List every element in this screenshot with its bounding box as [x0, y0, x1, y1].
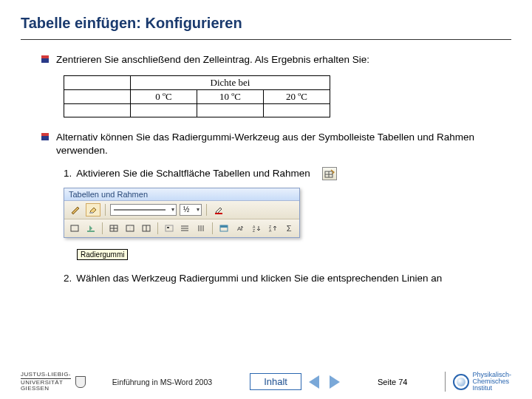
slide-title: Tabelle einfügen: Konfigurieren	[21, 15, 511, 32]
separator	[206, 204, 207, 216]
sort-desc-button[interactable]: ZA	[266, 222, 279, 235]
table-cell	[131, 104, 197, 117]
table-cell: 10 ºC	[197, 90, 264, 104]
toolbar-row-1: ½	[64, 201, 299, 219]
step-1-text: Aktivieren Sie die Schaltfläche Tabellen…	[76, 167, 310, 180]
svg-rect-28	[220, 225, 228, 228]
bullet-2: Alternativ können Sie das Radiergummi-We…	[41, 131, 511, 157]
eraser-tooltip: Radiergummi	[77, 249, 128, 260]
next-slide-button[interactable]	[330, 375, 340, 389]
svg-text:Z: Z	[253, 228, 255, 232]
footer-doc-title: Einführung in MS-Word 2003	[112, 378, 212, 386]
border-color-button[interactable]	[211, 203, 226, 216]
sort-asc-button[interactable]: AZ	[250, 222, 263, 235]
separator	[105, 204, 106, 216]
tables-borders-button-icon	[322, 167, 337, 180]
step-1: 1. Aktivieren Sie die Schaltfläche Tabel…	[64, 167, 511, 180]
draw-table-button[interactable]	[68, 203, 83, 216]
line-weight-select[interactable]: ½	[180, 204, 202, 216]
step-2-num: 2.	[64, 272, 72, 285]
svg-rect-7	[89, 212, 93, 214]
svg-rect-20	[167, 227, 169, 228]
university-logo: JUSTUS-LIEBIG- UNIVERSITÄT GIESSEN	[21, 372, 71, 392]
contents-button[interactable]: Inhalt	[250, 373, 301, 390]
step-2-text: Wählen das Werkzeug Radiergummi und klic…	[76, 272, 442, 285]
svg-rect-9	[215, 213, 222, 214]
eraser-button[interactable]	[86, 203, 100, 216]
svg-rect-1	[41, 55, 49, 58]
crest-icon	[75, 376, 86, 388]
text-direction-button[interactable]: A	[233, 222, 247, 235]
distribute-rows-button[interactable]	[179, 222, 192, 235]
svg-text:A: A	[269, 228, 272, 232]
distribute-cols-button[interactable]	[194, 222, 208, 235]
institute-logo: Physikalisch- Chemisches Institut	[445, 372, 511, 392]
prev-slide-button[interactable]	[309, 375, 319, 389]
toolbar-title: Tabellen und Rahmen	[64, 188, 299, 201]
insert-table-button[interactable]	[107, 222, 120, 235]
bullet-2-text: Alternativ können Sie das Radiergummi-We…	[56, 131, 511, 157]
svg-rect-11	[87, 231, 95, 232]
table-cell-blank	[64, 76, 131, 90]
table-cell	[64, 104, 131, 117]
institute-ring-icon	[453, 374, 469, 390]
toolbar-row-2: A AZ ZA Σ	[64, 219, 299, 237]
split-cells-button[interactable]	[140, 222, 153, 235]
svg-text:A: A	[237, 225, 242, 232]
step-2: 2. Wählen das Werkzeug Radiergummi und k…	[64, 272, 511, 285]
table-cell: 0 ºC	[131, 90, 197, 104]
svg-rect-10	[71, 225, 78, 231]
table-cell: 20 ºC	[264, 90, 330, 104]
bullet-square-icon	[41, 55, 49, 63]
shading-color-button[interactable]	[84, 222, 98, 235]
bullet-1-text: Zentrieren Sie anschließend den Zelleint…	[56, 53, 369, 66]
svg-rect-3	[41, 133, 49, 136]
line-style-select[interactable]	[110, 204, 177, 216]
merge-cells-button[interactable]	[123, 222, 137, 235]
bullet-square-icon	[41, 133, 49, 140]
page-number: Seite 74	[378, 378, 407, 386]
title-divider	[21, 39, 511, 40]
separator	[212, 222, 213, 234]
table-cell	[64, 90, 131, 104]
autoformat-button[interactable]	[217, 222, 231, 235]
bullet-1: Zentrieren Sie anschließend den Zelleint…	[41, 53, 511, 66]
table-header-merged: Dichte bei	[131, 76, 330, 90]
table-cell	[264, 104, 330, 117]
tables-borders-toolbar: Tabellen und Rahmen ½ A AZ ZA	[64, 188, 300, 238]
footer: JUSTUS-LIEBIG- UNIVERSITÄT GIESSEN Einfü…	[0, 372, 532, 392]
autosum-button[interactable]: Σ	[282, 222, 296, 235]
table-cell	[197, 104, 264, 117]
align-button[interactable]	[163, 222, 176, 235]
example-table: Dichte bei 0 ºC10 ºC20 ºC	[64, 75, 330, 117]
separator	[102, 222, 103, 234]
step-1-num: 1.	[64, 167, 72, 180]
outside-border-button[interactable]	[68, 222, 81, 235]
separator	[157, 222, 158, 234]
